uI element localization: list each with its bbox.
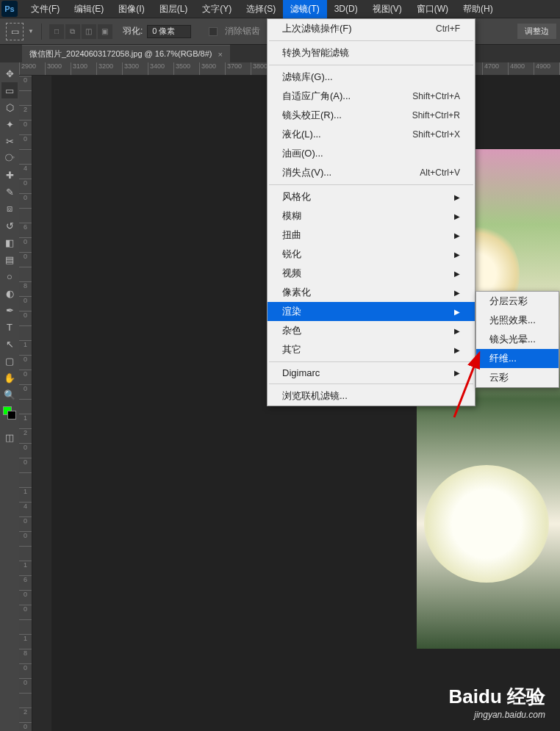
toolbox: ✥ ▭ ⬡ ✦ ✂ ⧂ ✚ ✎ ⧇ ↺ ◧ ▤ ○ ◐ ✒ T ↖ ▢ ✋ 🔍 …	[0, 62, 19, 731]
filter-menu-item[interactable]: Digimarc▶	[268, 364, 475, 381]
hand-tool-icon[interactable]: ✋	[1, 370, 18, 386]
eyedropper-tool-icon[interactable]: ⧂	[1, 150, 18, 166]
wand-tool-icon[interactable]: ✦	[1, 116, 18, 132]
menu-separator	[269, 361, 473, 362]
tab-title: 微信图片_20240603172058.jpg @ 16.7%(RGB/8#)	[29, 48, 212, 60]
color-swatch[interactable]	[3, 406, 16, 419]
chevron-right-icon: ▶	[454, 369, 460, 377]
brush-tool-icon[interactable]: ✎	[1, 184, 18, 200]
chevron-right-icon: ▶	[454, 289, 460, 297]
menu-view[interactable]: 视图(V)	[365, 0, 409, 18]
menubar: Ps 文件(F) 编辑(E) 图像(I) 图层(L) 文字(Y) 选择(S) 滤…	[0, 0, 560, 18]
filter-menu-item[interactable]: 转换为智能滤镜	[268, 43, 475, 62]
render-submenu-item[interactable]: 分层云彩	[476, 292, 559, 311]
type-tool-icon[interactable]: T	[1, 319, 18, 335]
menu-select[interactable]: 选择(S)	[239, 0, 283, 18]
close-icon[interactable]: ×	[218, 50, 222, 59]
menu-separator	[269, 184, 473, 185]
filter-menu-item[interactable]: 镜头校正(R)...Shift+Ctrl+R	[268, 106, 475, 125]
filter-menu-item[interactable]: 上次滤镜操作(F)Ctrl+F	[268, 19, 475, 38]
gradient-tool-icon[interactable]: ▤	[1, 251, 18, 267]
filter-menu-item[interactable]: 浏览联机滤镜...	[268, 386, 475, 406]
selection-new-icon[interactable]: □	[49, 24, 64, 39]
chevron-right-icon: ▶	[454, 327, 460, 335]
background-color[interactable]	[7, 411, 16, 419]
filter-menu-item[interactable]: 其它▶	[268, 340, 475, 359]
render-submenu-item[interactable]: 云彩	[476, 368, 559, 387]
chevron-right-icon: ▶	[454, 251, 460, 259]
document-tab[interactable]: 微信图片_20240603172058.jpg @ 16.7%(RGB/8#) …	[22, 45, 230, 62]
zoom-tool-icon[interactable]: 🔍	[1, 386, 18, 403]
menu-separator	[269, 383, 473, 384]
move-tool-icon[interactable]: ✥	[1, 65, 18, 82]
lasso-tool-icon[interactable]: ⬡	[1, 99, 18, 115]
menu-help[interactable]: 帮助(H)	[456, 0, 500, 18]
filter-menu-dropdown: 上次滤镜操作(F)Ctrl+F转换为智能滤镜滤镜库(G)...自适应广角(A).…	[267, 18, 475, 406]
chevron-right-icon: ▶	[454, 193, 460, 201]
menu-separator	[269, 65, 473, 65]
filter-menu-item[interactable]: 像素化▶	[268, 283, 475, 302]
filter-menu-item[interactable]: 杂色▶	[268, 321, 475, 340]
stamp-tool-icon[interactable]: ⧇	[1, 201, 18, 217]
chevron-right-icon: ▶	[454, 346, 460, 354]
crop-tool-icon[interactable]: ✂	[1, 133, 18, 149]
marquee-icon: ▭	[11, 26, 19, 37]
menu-window[interactable]: 窗口(W)	[409, 0, 456, 18]
shape-tool-icon[interactable]: ▢	[1, 353, 18, 369]
menu-image[interactable]: 图像(I)	[111, 0, 151, 18]
render-submenu-item[interactable]: 镜头光晕...	[476, 330, 559, 349]
chevron-right-icon: ▶	[454, 212, 460, 220]
selection-mode-group: □ ⧉ ◫ ▣	[49, 24, 112, 39]
menu-separator	[269, 40, 473, 41]
history-brush-tool-icon[interactable]: ↺	[1, 217, 18, 234]
healing-tool-icon[interactable]: ✚	[1, 167, 18, 183]
filter-menu-item[interactable]: 渲染▶	[268, 302, 475, 321]
selection-subtract-icon[interactable]: ◫	[82, 24, 96, 39]
dodge-tool-icon[interactable]: ◐	[1, 285, 18, 301]
marquee-tool-icon[interactable]: ▭	[1, 82, 18, 98]
watermark-url: jingyan.baidu.com	[449, 710, 545, 720]
filter-menu-item[interactable]: 自适应广角(A)...Shift+Ctrl+A	[268, 87, 475, 106]
selection-add-icon[interactable]: ⧉	[65, 24, 80, 39]
eraser-tool-icon[interactable]: ◧	[1, 234, 18, 251]
chevron-right-icon: ▶	[454, 270, 460, 278]
chevron-right-icon: ▶	[454, 308, 460, 316]
feather-input[interactable]	[147, 25, 191, 38]
adjust-edge-button[interactable]: 调整边	[517, 23, 557, 40]
filter-menu-item[interactable]: 扭曲▶	[268, 226, 475, 245]
menu-file[interactable]: 文件(F)	[24, 0, 67, 18]
pen-tool-icon[interactable]: ✒	[1, 302, 18, 318]
antialias-label: 消除锯齿	[225, 25, 260, 37]
separator	[41, 24, 42, 40]
blur-tool-icon[interactable]: ○	[1, 268, 18, 284]
render-submenu-item[interactable]: 光照效果...	[476, 311, 559, 330]
selection-intersect-icon[interactable]: ▣	[98, 24, 112, 39]
feather-label: 羽化:	[123, 25, 143, 37]
menu-filter[interactable]: 滤镜(T)	[283, 0, 326, 18]
menu-edit[interactable]: 编辑(E)	[67, 0, 111, 18]
render-submenu: 分层云彩光照效果...镜头光晕...纤维...云彩	[475, 291, 559, 388]
filter-menu-item[interactable]: 视频▶	[268, 264, 475, 283]
watermark: Baidu 经验 jingyan.baidu.com	[449, 684, 545, 720]
filter-menu-item[interactable]: 消失点(V)...Alt+Ctrl+V	[268, 163, 475, 182]
chevron-right-icon: ▶	[454, 231, 460, 240]
menu-type[interactable]: 文字(Y)	[195, 0, 239, 18]
filter-menu-item[interactable]: 锐化▶	[268, 245, 475, 264]
quickmask-icon[interactable]: ◫	[1, 429, 18, 445]
filter-menu-item[interactable]: 滤镜库(G)...	[268, 68, 475, 87]
render-submenu-item[interactable]: 纤维...	[476, 349, 559, 368]
vertical-ruler: 0200400600800100012001400160018002000220…	[19, 76, 32, 731]
current-tool-indicator[interactable]: ▭	[6, 23, 24, 40]
path-tool-icon[interactable]: ↖	[1, 336, 18, 352]
filter-menu-item[interactable]: 模糊▶	[268, 206, 475, 226]
app-logo: Ps	[1, 1, 18, 17]
chevron-down-icon[interactable]: ▼	[28, 28, 34, 35]
watermark-logo: Baidu 经验	[449, 684, 545, 710]
antialias-checkbox[interactable]	[209, 27, 218, 36]
menu-3d[interactable]: 3D(D)	[327, 1, 365, 17]
filter-menu-item[interactable]: 风格化▶	[268, 187, 475, 206]
filter-menu-item[interactable]: 液化(L)...Shift+Ctrl+X	[268, 125, 475, 144]
menu-layer[interactable]: 图层(L)	[152, 0, 195, 18]
filter-menu-item[interactable]: 油画(O)...	[268, 144, 475, 163]
